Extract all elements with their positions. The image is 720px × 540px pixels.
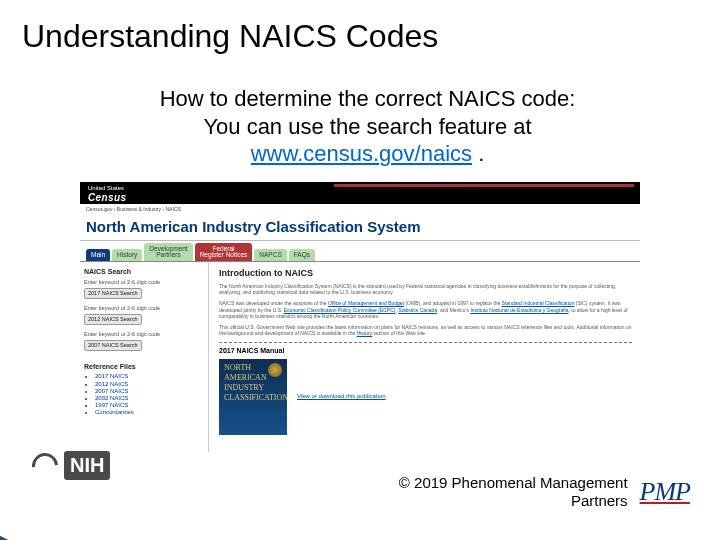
census-topbar: United States Census	[80, 182, 640, 204]
search-hint-3: Enter keyword or 2-6 digit code	[84, 331, 204, 338]
intro-paragraph-3: This official U.S. Government Web site p…	[219, 324, 632, 337]
ref-item[interactable]: 2012 NAICS	[95, 381, 204, 388]
history-link[interactable]: History	[357, 330, 373, 336]
intro-naics-heading: Introduction to NAICS	[219, 268, 632, 279]
copyright-text: © 2019 Phenomenal Management Partners	[399, 474, 628, 510]
tab-faqs[interactable]: FAQs	[289, 249, 315, 261]
naics-search-title: NAICS Search	[84, 268, 204, 276]
left-sidebar: NAICS Search Enter keyword or 2-6 digit …	[80, 262, 208, 452]
swoosh-decoration	[0, 506, 200, 540]
inegi-link[interactable]: Instituto Nacional de Estadistica y Geog…	[470, 307, 568, 313]
tab-napcs[interactable]: NAPCS	[254, 249, 286, 261]
reference-files-list: 2017 NAICS 2012 NAICS 2007 NAICS 2002 NA…	[84, 373, 204, 416]
intro-line1: How to determine the correct NAICS code:	[55, 85, 680, 113]
sic-link[interactable]: Standard Industrial Classification	[502, 300, 575, 306]
manual-title: 2017 NAICS Manual	[219, 347, 632, 355]
intro-period: .	[472, 141, 484, 166]
slide-title: Understanding NAICS Codes	[0, 0, 720, 59]
search-hint-2: Enter keyword or 2-6 digit code	[84, 305, 204, 312]
footer: © 2019 Phenomenal Management Partners PM…	[399, 474, 690, 510]
search-2012-button[interactable]: 2012 NAICS Search	[84, 314, 142, 325]
seal-icon	[268, 363, 282, 377]
manual-download-link[interactable]: View or download this publication	[297, 393, 386, 400]
ref-item[interactable]: 2007 NAICS	[95, 388, 204, 395]
ecpc-link[interactable]: Economic Classification Policy Committee…	[284, 307, 396, 313]
ref-item[interactable]: 2002 NAICS	[95, 395, 204, 402]
manual-cover: NORTH AMERICAN INDUSTRY CLASSIFICATION	[219, 359, 287, 435]
census-screenshot: United States Census Census.gov › Busine…	[80, 182, 640, 452]
intro-line2: You can use the search feature at	[55, 113, 680, 141]
ref-item[interactable]: Concordances	[95, 409, 204, 416]
intro-paragraph-2: NAICS was developed under the auspices o…	[219, 300, 632, 319]
omb-link[interactable]: Office of Management and Budget	[328, 300, 404, 306]
main-content: Introduction to NAICS The North American…	[208, 262, 640, 452]
ref-item[interactable]: 1997 NAICS	[95, 402, 204, 409]
intro-paragraph-1: The North American Industry Classificati…	[219, 283, 632, 296]
statcan-link[interactable]: Statistics Canada	[398, 307, 437, 313]
naics-heading: North American Industry Classification S…	[80, 212, 640, 241]
search-2017-button[interactable]: 2017 NAICS Search	[84, 288, 142, 299]
nih-text: NIH	[64, 451, 110, 480]
tab-history[interactable]: History	[112, 249, 142, 261]
topbar-small: United States	[88, 185, 124, 191]
search-hint-1: Enter keyword or 2-6 digit code	[84, 279, 204, 286]
topbar-red-line	[334, 184, 634, 187]
search-2007-button[interactable]: 2007 NAICS Search	[84, 340, 142, 351]
manual-section: 2017 NAICS Manual NORTH AMERICAN INDUSTR…	[219, 342, 632, 435]
pmp-logo: PMP	[640, 477, 690, 507]
ref-item[interactable]: 2017 NAICS	[95, 373, 204, 380]
tab-federal-register[interactable]: Federal Register Notices	[195, 243, 253, 262]
reference-files-title: Reference Files	[84, 363, 204, 371]
tab-development-partners[interactable]: Development Partners	[144, 243, 192, 262]
nih-logo: NIH	[32, 451, 110, 480]
census-logo: Census	[88, 192, 127, 204]
census-naics-link[interactable]: www.census.gov/naics	[251, 141, 472, 166]
nih-arc-icon	[27, 447, 64, 484]
tab-strip: Main History Development Partners Federa…	[80, 241, 640, 263]
intro-text: How to determine the correct NAICS code:…	[55, 85, 680, 168]
tab-main[interactable]: Main	[86, 249, 110, 261]
